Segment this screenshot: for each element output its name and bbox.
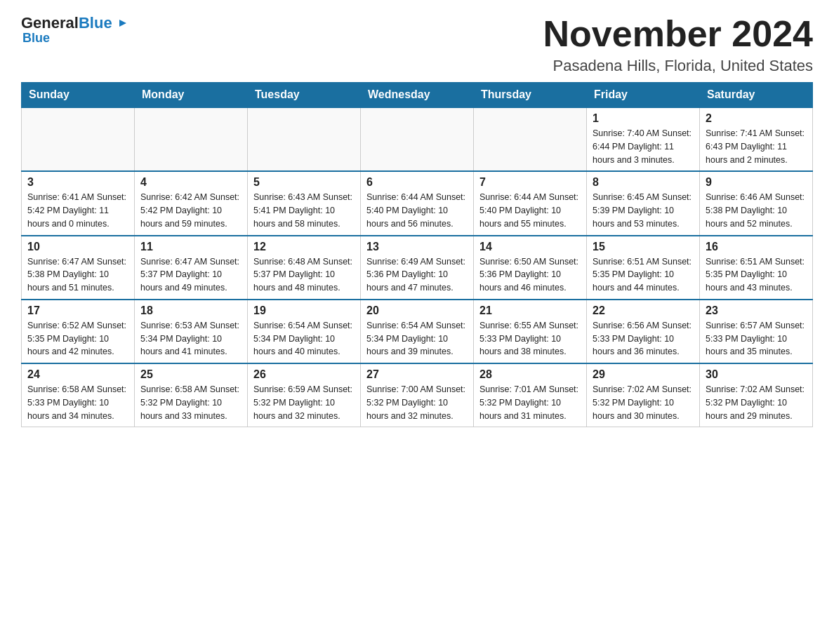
weekday-header-saturday: Saturday — [700, 83, 813, 108]
calendar-cell: 10Sunrise: 6:47 AM Sunset: 5:38 PM Dayli… — [22, 236, 135, 300]
day-number: 12 — [253, 241, 355, 253]
day-number: 6 — [366, 176, 468, 189]
calendar-week-row: 10Sunrise: 6:47 AM Sunset: 5:38 PM Dayli… — [22, 236, 813, 300]
calendar-cell: 21Sunrise: 6:55 AM Sunset: 5:33 PM Dayli… — [474, 300, 587, 363]
day-info: Sunrise: 6:56 AM Sunset: 5:33 PM Dayligh… — [593, 319, 694, 358]
calendar-title-block: November 2024 Pasadena Hills, Florida, U… — [543, 14, 813, 75]
calendar-cell: 13Sunrise: 6:49 AM Sunset: 5:36 PM Dayli… — [361, 236, 474, 300]
day-number: 15 — [593, 241, 694, 253]
calendar-cell — [474, 107, 587, 171]
day-number: 18 — [140, 304, 241, 317]
calendar-week-row: 24Sunrise: 6:58 AM Sunset: 5:33 PM Dayli… — [22, 363, 813, 427]
calendar-cell: 20Sunrise: 6:54 AM Sunset: 5:34 PM Dayli… — [361, 300, 474, 363]
calendar-cell: 29Sunrise: 7:02 AM Sunset: 5:32 PM Dayli… — [587, 363, 700, 427]
calendar-cell: 19Sunrise: 6:54 AM Sunset: 5:34 PM Dayli… — [248, 300, 361, 363]
day-info: Sunrise: 6:50 AM Sunset: 5:36 PM Dayligh… — [479, 255, 581, 295]
calendar-cell: 23Sunrise: 6:57 AM Sunset: 5:33 PM Dayli… — [700, 300, 813, 363]
day-number: 10 — [27, 241, 128, 253]
day-info: Sunrise: 6:45 AM Sunset: 5:39 PM Dayligh… — [593, 191, 694, 230]
day-info: Sunrise: 7:41 AM Sunset: 6:43 PM Dayligh… — [706, 127, 807, 166]
day-info: Sunrise: 7:02 AM Sunset: 5:32 PM Dayligh… — [593, 383, 694, 422]
calendar-cell: 9Sunrise: 6:46 AM Sunset: 5:38 PM Daylig… — [700, 171, 813, 235]
calendar-cell: 15Sunrise: 6:51 AM Sunset: 5:35 PM Dayli… — [587, 236, 700, 300]
day-info: Sunrise: 6:48 AM Sunset: 5:37 PM Dayligh… — [253, 255, 355, 295]
day-info: Sunrise: 6:46 AM Sunset: 5:38 PM Dayligh… — [706, 191, 807, 230]
weekday-header-monday: Monday — [135, 83, 248, 108]
weekday-header-wednesday: Wednesday — [361, 83, 474, 108]
weekday-header-sunday: Sunday — [22, 83, 135, 108]
day-info: Sunrise: 6:47 AM Sunset: 5:37 PM Dayligh… — [140, 255, 241, 295]
svg-marker-0 — [119, 20, 126, 27]
day-info: Sunrise: 6:52 AM Sunset: 5:35 PM Dayligh… — [27, 319, 128, 358]
day-number: 27 — [366, 368, 468, 381]
calendar-cell: 28Sunrise: 7:01 AM Sunset: 5:32 PM Dayli… — [474, 363, 587, 427]
day-info: Sunrise: 7:01 AM Sunset: 5:32 PM Dayligh… — [479, 383, 581, 422]
day-info: Sunrise: 7:02 AM Sunset: 5:32 PM Dayligh… — [706, 383, 807, 422]
day-info: Sunrise: 6:44 AM Sunset: 5:40 PM Dayligh… — [479, 191, 581, 230]
calendar-cell: 3Sunrise: 6:41 AM Sunset: 5:42 PM Daylig… — [22, 171, 135, 235]
day-info: Sunrise: 6:57 AM Sunset: 5:33 PM Dayligh… — [706, 319, 807, 358]
weekday-header-tuesday: Tuesday — [248, 83, 361, 108]
day-info: Sunrise: 6:53 AM Sunset: 5:34 PM Dayligh… — [140, 319, 241, 358]
calendar-header-row: SundayMondayTuesdayWednesdayThursdayFrid… — [22, 83, 813, 108]
day-number: 25 — [140, 368, 241, 381]
weekday-header-thursday: Thursday — [474, 83, 587, 108]
day-number: 8 — [593, 176, 694, 189]
day-number: 20 — [366, 304, 468, 317]
day-info: Sunrise: 6:55 AM Sunset: 5:33 PM Dayligh… — [479, 319, 581, 358]
day-number: 17 — [27, 304, 128, 317]
day-number: 9 — [706, 176, 807, 189]
day-number: 30 — [706, 368, 807, 381]
calendar-cell: 8Sunrise: 6:45 AM Sunset: 5:39 PM Daylig… — [587, 171, 700, 235]
page-header: General Blue Blue November 2024 Pasadena… — [21, 14, 813, 75]
calendar-cell: 1Sunrise: 7:40 AM Sunset: 6:44 PM Daylig… — [587, 107, 700, 171]
day-number: 19 — [253, 304, 355, 317]
logo-arrow-icon — [118, 14, 128, 32]
logo-blue-word: Blue — [79, 14, 112, 32]
day-info: Sunrise: 6:58 AM Sunset: 5:33 PM Dayligh… — [27, 383, 128, 422]
calendar-cell: 17Sunrise: 6:52 AM Sunset: 5:35 PM Dayli… — [22, 300, 135, 363]
day-info: Sunrise: 6:59 AM Sunset: 5:32 PM Dayligh… — [253, 383, 355, 422]
day-number: 14 — [479, 241, 581, 253]
calendar-table: SundayMondayTuesdayWednesdayThursdayFrid… — [21, 82, 813, 427]
day-number: 24 — [27, 368, 128, 381]
calendar-cell — [248, 107, 361, 171]
day-number: 22 — [593, 304, 694, 317]
logo: General Blue Blue — [21, 14, 128, 46]
day-number: 1 — [593, 112, 694, 125]
day-info: Sunrise: 6:54 AM Sunset: 5:34 PM Dayligh… — [253, 319, 355, 358]
day-info: Sunrise: 6:41 AM Sunset: 5:42 PM Dayligh… — [27, 191, 128, 230]
calendar-cell: 24Sunrise: 6:58 AM Sunset: 5:33 PM Dayli… — [22, 363, 135, 427]
day-info: Sunrise: 6:54 AM Sunset: 5:34 PM Dayligh… — [366, 319, 468, 358]
day-number: 4 — [140, 176, 241, 189]
calendar-cell: 14Sunrise: 6:50 AM Sunset: 5:36 PM Dayli… — [474, 236, 587, 300]
calendar-subtitle: Pasadena Hills, Florida, United States — [543, 57, 813, 75]
calendar-cell: 25Sunrise: 6:58 AM Sunset: 5:32 PM Dayli… — [135, 363, 248, 427]
day-info: Sunrise: 7:00 AM Sunset: 5:32 PM Dayligh… — [366, 383, 468, 422]
calendar-cell — [22, 107, 135, 171]
calendar-cell — [135, 107, 248, 171]
calendar-cell: 30Sunrise: 7:02 AM Sunset: 5:32 PM Dayli… — [700, 363, 813, 427]
calendar-cell: 7Sunrise: 6:44 AM Sunset: 5:40 PM Daylig… — [474, 171, 587, 235]
logo-blue-text: Blue — [79, 14, 128, 32]
calendar-cell: 16Sunrise: 6:51 AM Sunset: 5:35 PM Dayli… — [700, 236, 813, 300]
weekday-header-friday: Friday — [587, 83, 700, 108]
day-info: Sunrise: 6:47 AM Sunset: 5:38 PM Dayligh… — [27, 255, 128, 295]
calendar-cell: 22Sunrise: 6:56 AM Sunset: 5:33 PM Dayli… — [587, 300, 700, 363]
day-number: 21 — [479, 304, 581, 317]
calendar-cell: 27Sunrise: 7:00 AM Sunset: 5:32 PM Dayli… — [361, 363, 474, 427]
calendar-cell — [361, 107, 474, 171]
day-info: Sunrise: 6:51 AM Sunset: 5:35 PM Dayligh… — [593, 255, 694, 295]
calendar-title: November 2024 — [543, 14, 813, 54]
day-info: Sunrise: 7:40 AM Sunset: 6:44 PM Dayligh… — [593, 127, 694, 166]
calendar-cell: 2Sunrise: 7:41 AM Sunset: 6:43 PM Daylig… — [700, 107, 813, 171]
day-info: Sunrise: 6:51 AM Sunset: 5:35 PM Dayligh… — [706, 255, 807, 295]
calendar-week-row: 17Sunrise: 6:52 AM Sunset: 5:35 PM Dayli… — [22, 300, 813, 363]
day-number: 2 — [706, 112, 807, 125]
calendar-cell: 5Sunrise: 6:43 AM Sunset: 5:41 PM Daylig… — [248, 171, 361, 235]
day-number: 29 — [593, 368, 694, 381]
calendar-cell: 4Sunrise: 6:42 AM Sunset: 5:42 PM Daylig… — [135, 171, 248, 235]
day-number: 11 — [140, 241, 241, 253]
day-number: 16 — [706, 241, 807, 253]
calendar-cell: 18Sunrise: 6:53 AM Sunset: 5:34 PM Dayli… — [135, 300, 248, 363]
